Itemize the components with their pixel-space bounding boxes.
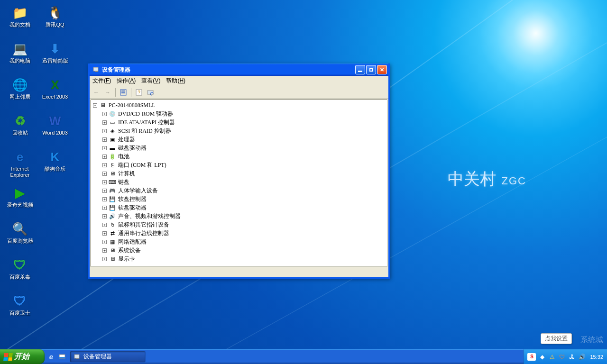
tree-item[interactable]: +⎘端口 (COM 和 LPT) [92,161,386,169]
toolbar-separator [131,88,131,97]
desktop-icon-tencent-qq[interactable]: 🐧腾讯QQ [38,3,72,37]
menu-v[interactable]: 查看(V) [141,77,160,85]
tray-volume-icon[interactable]: 🔊 [578,353,586,361]
tree-item-label: 键盘 [118,178,129,186]
tray-shield-icon[interactable]: 🛡 [558,353,566,361]
expand-icon[interactable]: + [102,231,107,236]
tree-item[interactable]: +◈SCSI 和 RAID 控制器 [92,127,386,135]
device-category-icon: 💾 [109,204,116,211]
tree-item[interactable]: +💾软盘驱动器 [92,203,386,212]
properties-button[interactable]: ? [134,88,144,97]
taskbar: 开始 e 设备管理器 S ◆ ⚠ 🛡 🖧 🔊 15:32 [0,349,607,364]
menu-h[interactable]: 帮助(H) [166,77,185,85]
desktop-icon-xunlei-lite[interactable]: ⬇迅雷精简版 [38,39,72,73]
device-tree[interactable]: -🖥PC-20140808SMLL+💿DVD/CD-ROM 驱动器+▭IDE A… [91,100,387,267]
tree-item[interactable]: +🖱鼠标和其它指针设备 [92,220,386,229]
tree-item[interactable]: +▣处理器 [92,135,386,144]
tree-item[interactable]: +🔋电池 [92,152,386,161]
menu-a[interactable]: 操作(A) [117,77,136,85]
tree-item[interactable]: +▬磁盘驱动器 [92,144,386,152]
desktop-icon-kugou-music[interactable]: K酷狗音乐 [38,147,72,181]
device-category-icon: 💿 [109,110,116,118]
expand-icon[interactable]: + [102,163,107,167]
tray-language-icon[interactable]: S [527,353,536,361]
expand-icon[interactable]: + [102,180,107,184]
windows-flag-icon [3,353,13,361]
expand-icon[interactable]: + [102,257,107,261]
tray-clock[interactable]: 15:32 [590,354,603,360]
expand-icon[interactable]: + [102,206,107,210]
desktop-icon-recycle-bin[interactable]: ♻回收站 [3,111,37,145]
tray-icon[interactable]: ◆ [538,353,546,361]
maximize-button[interactable] [366,65,376,74]
desktop-icon-baidu-antivirus[interactable]: 🛡百度杀毒 [3,255,37,289]
settings-tip[interactable]: 点我设置 [541,333,572,344]
expand-icon[interactable]: + [102,146,107,150]
tree-item[interactable]: +⇄通用串行总线控制器 [92,229,386,237]
tray-network-icon[interactable]: 🖧 [568,353,576,361]
device-category-icon: ⇄ [109,229,116,237]
watermark-text: 系统城 [580,335,603,345]
expand-icon[interactable]: + [102,129,107,133]
baidu-antivirus-icon: 🛡 [12,257,28,273]
tree-item[interactable]: +🖥计算机 [92,169,386,178]
quick-launch-ie[interactable]: e [46,352,56,362]
desktop-icon-network-places[interactable]: 🌐网上邻居 [3,75,37,109]
tree-item[interactable]: +⌨键盘 [92,178,386,186]
menu-f[interactable]: 文件(F) [92,77,111,85]
tree-item[interactable]: +🎮人体学输入设备 [92,186,386,195]
expand-icon[interactable]: + [102,214,107,218]
desktop-icon-label: 百度杀毒 [9,274,30,280]
desktop-icon-my-computer[interactable]: 💻我的电脑 [3,39,37,73]
desktop-icon-my-documents[interactable]: 📁我的文档 [3,3,37,37]
tree-item[interactable]: +🖥显示卡 [92,255,386,263]
scan-button[interactable] [146,88,155,97]
tree-item[interactable]: +▦网络适配器 [92,237,386,246]
view-button[interactable] [119,88,128,97]
expand-icon[interactable]: + [102,223,107,227]
system-tray[interactable]: S ◆ ⚠ 🛡 🖧 🔊 15:32 [524,349,607,364]
desktop-icon-baidu-browser[interactable]: 🔍百度浏览器 [3,219,37,253]
desktop-icon-iqiyi[interactable]: ▶爱奇艺视频 [3,183,37,217]
desktop-icon-baidu-guard[interactable]: 🛡百度卫士 [3,291,37,325]
desktop-icon-label: Internet Explorer [3,166,37,178]
tree-item[interactable]: +🖥系统设备 [92,246,386,255]
expand-icon[interactable]: + [102,197,107,201]
device-category-icon: ⌨ [109,178,116,186]
desktop-icon-excel-2003[interactable]: XExcel 2003 [38,75,72,109]
start-button[interactable]: 开始 [0,349,45,364]
desktop-icon-internet-explorer[interactable]: eInternet Explorer [3,147,37,181]
taskbar-button-device-manager[interactable]: 设备管理器 [70,351,146,363]
desktop-icon-word-2003[interactable]: WWord 2003 [38,111,72,145]
device-category-icon: 🖥 [109,170,116,177]
minimize-button[interactable] [355,65,365,74]
tray-safety-icon[interactable]: ⚠ [548,353,556,361]
device-category-icon: ⎘ [109,161,116,169]
recycle-bin-icon: ♻ [12,113,28,129]
tree-item[interactable]: +💾软盘控制器 [92,195,386,203]
expand-icon[interactable]: + [102,172,107,176]
expand-icon[interactable]: + [102,248,107,253]
quick-launch-desktop[interactable] [57,352,67,362]
expand-icon[interactable]: + [102,137,107,142]
titlebar[interactable]: 设备管理器 ✕ [90,64,388,76]
tree-root[interactable]: -🖥PC-20140808SMLL [92,101,386,109]
tree-item[interactable]: +💿DVD/CD-ROM 驱动器 [92,109,386,118]
desktop-icon-label: Excel 2003 [42,94,68,100]
tree-item-label: 显示卡 [118,255,135,263]
expand-icon[interactable]: + [102,189,107,193]
expand-icon[interactable]: + [102,112,107,116]
collapse-icon[interactable]: - [93,103,97,108]
expand-icon[interactable]: + [102,155,107,159]
expand-icon[interactable]: + [102,240,107,244]
expand-icon[interactable]: + [102,120,107,125]
close-button[interactable]: ✕ [377,65,387,74]
tree-item-label: 系统设备 [118,246,141,255]
tree-item[interactable]: +🔊声音、视频和游戏控制器 [92,212,386,220]
tree-item-label: 通用串行总线控制器 [118,229,169,237]
tree-item-label: 端口 (COM 和 LPT) [118,161,166,169]
desktop-icon-label: 我的电脑 [9,58,30,64]
window-icon [92,66,100,73]
kugou-music-icon: K [47,149,63,165]
tree-item[interactable]: +▭IDE ATA/ATAPI 控制器 [92,118,386,127]
